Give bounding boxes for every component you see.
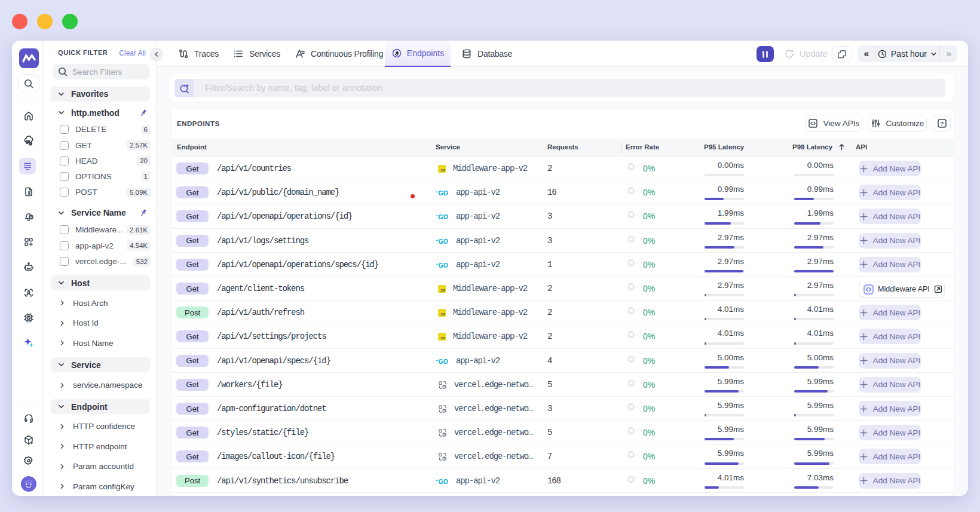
svg-text:GO: GO (439, 237, 448, 244)
svg-text:?: ? (940, 120, 944, 127)
svg-text:JS: JS (440, 312, 445, 316)
svg-text:GO: GO (439, 213, 448, 220)
svg-text:JS: JS (440, 168, 445, 172)
svg-text:JS: JS (440, 336, 445, 340)
svg-text:GO: GO (439, 477, 448, 485)
svg-text:GO: GO (439, 189, 448, 197)
svg-text:GO: GO (439, 357, 448, 364)
svg-text:JS: JS (440, 288, 445, 292)
svg-text:GO: GO (439, 261, 448, 268)
